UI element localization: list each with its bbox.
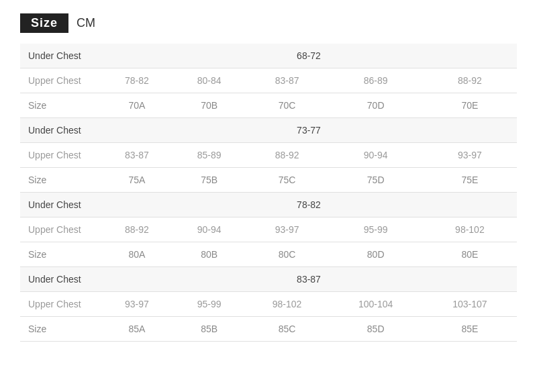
under-chest-label: Under Chest <box>20 118 101 143</box>
unit-label: CM <box>77 16 95 30</box>
size-value-0: 70A <box>101 93 173 118</box>
size-value-4: 80E <box>423 242 517 267</box>
upper-chest-label: Upper Chest <box>20 143 101 168</box>
size-row: Size70A70B70C70D70E <box>20 93 517 118</box>
size-value-4: 70E <box>423 93 517 118</box>
size-label: Size <box>20 168 101 193</box>
upper-chest-value-2: 83-87 <box>246 68 329 93</box>
upper-chest-value-2: 98-102 <box>246 292 329 317</box>
size-value-2: 70C <box>246 93 329 118</box>
upper-chest-value-3: 90-94 <box>329 143 423 168</box>
size-label: Size <box>20 93 101 118</box>
size-row: Size80A80B80C80D80E <box>20 242 517 267</box>
upper-chest-value-1: 80-84 <box>173 68 246 93</box>
upper-chest-label: Upper Chest <box>20 217 101 242</box>
size-value-0: 85A <box>101 317 173 342</box>
upper-chest-value-4: 98-102 <box>423 217 517 242</box>
size-badge: Size <box>20 13 68 33</box>
size-value-4: 85E <box>423 317 517 342</box>
size-value-2: 80C <box>246 242 329 267</box>
size-value-3: 75D <box>329 168 423 193</box>
page-header: Size CM <box>20 13 517 33</box>
upper-chest-value-4: 103-107 <box>423 292 517 317</box>
upper-chest-label: Upper Chest <box>20 68 101 93</box>
under-chest-row: Under Chest73-77 <box>20 118 517 143</box>
upper-chest-value-0: 78-82 <box>101 68 173 93</box>
upper-chest-value-2: 93-97 <box>246 217 329 242</box>
under-chest-value: 68-72 <box>101 44 517 68</box>
under-chest-value: 78-82 <box>101 193 517 217</box>
size-value-0: 80A <box>101 242 173 267</box>
size-value-1: 85B <box>173 317 246 342</box>
upper-chest-value-3: 95-99 <box>329 217 423 242</box>
upper-chest-value-3: 100-104 <box>329 292 423 317</box>
under-chest-value: 83-87 <box>101 267 517 292</box>
upper-chest-value-1: 85-89 <box>173 143 246 168</box>
upper-chest-value-1: 95-99 <box>173 292 246 317</box>
size-value-0: 75A <box>101 168 173 193</box>
upper-chest-value-3: 86-89 <box>329 68 423 93</box>
size-label: Size <box>20 317 101 342</box>
upper-chest-row: Upper Chest78-8280-8483-8786-8988-92 <box>20 68 517 93</box>
upper-chest-row: Upper Chest93-9795-9998-102100-104103-10… <box>20 292 517 317</box>
size-value-1: 80B <box>173 242 246 267</box>
size-label: Size <box>20 242 101 267</box>
upper-chest-value-4: 88-92 <box>423 68 517 93</box>
size-row: Size75A75B75C75D75E <box>20 168 517 193</box>
upper-chest-row: Upper Chest88-9290-9493-9795-9998-102 <box>20 217 517 242</box>
size-value-4: 75E <box>423 168 517 193</box>
size-value-1: 70B <box>173 93 246 118</box>
under-chest-label: Under Chest <box>20 193 101 217</box>
upper-chest-value-0: 83-87 <box>101 143 173 168</box>
upper-chest-value-4: 93-97 <box>423 143 517 168</box>
size-chart-table: Under Chest68-72Upper Chest78-8280-8483-… <box>20 44 517 342</box>
upper-chest-row: Upper Chest83-8785-8988-9290-9493-97 <box>20 143 517 168</box>
size-value-3: 85D <box>329 317 423 342</box>
upper-chest-label: Upper Chest <box>20 292 101 317</box>
under-chest-value: 73-77 <box>101 118 517 143</box>
upper-chest-value-0: 93-97 <box>101 292 173 317</box>
under-chest-row: Under Chest68-72 <box>20 44 517 68</box>
size-value-3: 80D <box>329 242 423 267</box>
size-value-2: 85C <box>246 317 329 342</box>
size-value-2: 75C <box>246 168 329 193</box>
upper-chest-value-0: 88-92 <box>101 217 173 242</box>
under-chest-label: Under Chest <box>20 267 101 292</box>
size-value-3: 70D <box>329 93 423 118</box>
under-chest-row: Under Chest83-87 <box>20 267 517 292</box>
size-row: Size85A85B85C85D85E <box>20 317 517 342</box>
upper-chest-value-2: 88-92 <box>246 143 329 168</box>
under-chest-label: Under Chest <box>20 44 101 68</box>
upper-chest-value-1: 90-94 <box>173 217 246 242</box>
under-chest-row: Under Chest78-82 <box>20 193 517 217</box>
size-value-1: 75B <box>173 168 246 193</box>
